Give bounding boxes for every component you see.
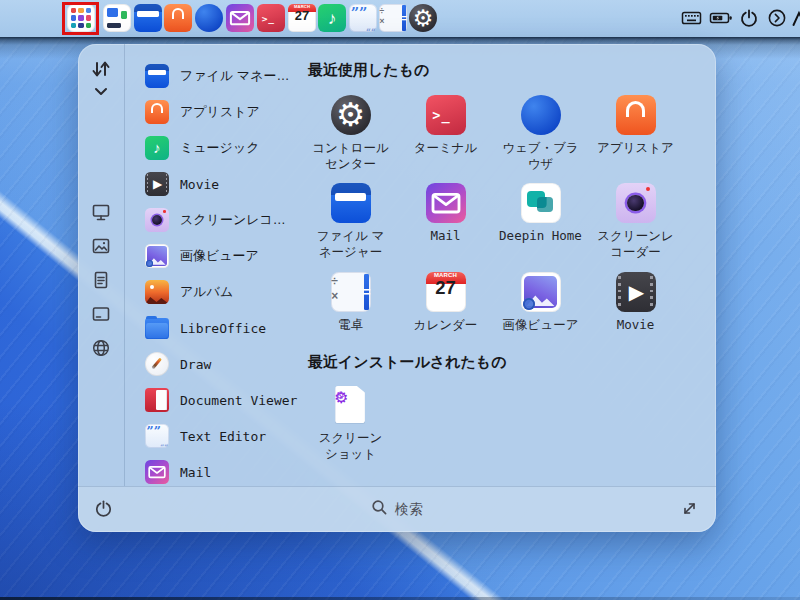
screen-recorder-icon: [616, 183, 656, 223]
recent-area: 最近使用したもの⚙コントロールセンター>_ターミナルウェブ・ブラウザアプリストア…: [303, 44, 710, 486]
app-label: 電卓: [338, 317, 363, 333]
search-field[interactable]: 検索: [117, 499, 677, 520]
taskbar-app-calendar[interactable]: MARCH27: [288, 4, 316, 32]
taskbar-app-browser[interactable]: [195, 4, 223, 32]
category-network-icon[interactable]: [91, 338, 111, 358]
sidebar-app-movie[interactable]: ▶Movie: [125, 166, 303, 202]
album-icon: [145, 280, 169, 304]
app-deepin-home[interactable]: Deepin Home: [493, 183, 588, 260]
taskbar-app-text-editor[interactable]: ””””: [349, 4, 377, 32]
app-calculator[interactable]: ÷×=電卓: [303, 272, 398, 333]
app-app-store[interactable]: アプリストア: [588, 95, 683, 172]
app-label: Movie: [617, 317, 655, 333]
tray-chevron-right-icon[interactable]: [767, 8, 787, 28]
file-manager-icon: [331, 183, 371, 223]
sidebar-app-app-store[interactable]: アプリストア: [125, 94, 303, 130]
calculator-icon: ÷×=: [331, 272, 371, 312]
sidebar-app-screen-recorder[interactable]: スクリーンレコ…: [125, 202, 303, 238]
calendar-icon: MARCH27: [288, 4, 316, 32]
sidebar-app-album[interactable]: アルバム: [125, 274, 303, 310]
sidebar-app-image-viewer[interactable]: 画像ビューア: [125, 238, 303, 274]
app-label: カレンダー: [414, 317, 478, 333]
app-grid-row: ファイル マネージャーMailDeepin Homeスクリーンレコーダー: [303, 183, 683, 260]
app-screen-recorder[interactable]: スクリーンレコーダー: [588, 183, 683, 260]
app-label: Mail: [430, 228, 460, 244]
taskbar-app-music[interactable]: ♪: [318, 4, 346, 32]
app-grid-row: ⚙コントロールセンター>_ターミナルウェブ・ブラウザアプリストア: [303, 95, 683, 172]
app-movie[interactable]: ▶Movie: [588, 272, 683, 333]
app-label: 画像ビューア: [503, 317, 579, 333]
sidebar-app-mail[interactable]: Mail: [125, 454, 303, 486]
section-title: 最近インストールされたもの: [308, 352, 507, 372]
sidebar-app-document-viewer[interactable]: Document Viewer: [125, 382, 303, 418]
fullscreen-toggle-button[interactable]: [677, 496, 702, 524]
app-store-icon: [164, 4, 192, 32]
libreoffice-icon: [145, 318, 169, 339]
sidebar-app-label: Text Editor: [180, 429, 266, 444]
app-screenshot[interactable]: ⚙⚙スクリーンショット: [303, 385, 398, 462]
taskbar-app-launcher[interactable]: [67, 4, 95, 32]
taskbar-app-mail[interactable]: [226, 4, 254, 32]
taskbar-app-calculator[interactable]: ÷×=: [379, 4, 407, 32]
sidebar-app-file-manager[interactable]: ファイル マネー…: [125, 58, 303, 94]
music-icon: ♪: [145, 136, 169, 160]
taskbar-app-app-store[interactable]: [164, 4, 192, 32]
sidebar-app-music[interactable]: ♪ミュージック: [125, 130, 303, 166]
taskbar-app-file-manager[interactable]: [134, 4, 162, 32]
sidebar-app-label: Document Viewer: [180, 393, 297, 408]
tray-clipped-icon: [792, 8, 800, 30]
category-display-icon[interactable]: [91, 202, 111, 222]
sidebar-app-draw[interactable]: Draw: [125, 346, 303, 382]
app-control-center[interactable]: ⚙コントロールセンター: [303, 95, 398, 172]
taskbar: >_MARCH27♪””””÷×=⚙: [0, 0, 800, 37]
launcher-footer: 検索: [78, 486, 716, 532]
sidebar-app-label: スクリーンレコ…: [180, 211, 286, 229]
sidebar-app-label: Movie: [180, 177, 219, 192]
sidebar-app-label: アプリストア: [180, 103, 260, 121]
app-label: スクリーンレコーダー: [597, 228, 673, 260]
section-title: 最近使用したもの: [308, 60, 429, 80]
app-mail[interactable]: Mail: [398, 183, 493, 260]
taskbar-app-control-center[interactable]: ⚙: [409, 4, 437, 32]
mail-icon: [145, 460, 169, 484]
sidebar-app-label: ミュージック: [180, 139, 260, 157]
terminal-icon: >_: [426, 95, 466, 135]
search-placeholder: 検索: [395, 501, 423, 519]
app-browser[interactable]: ウェブ・ブラウザ: [493, 95, 588, 172]
search-icon: [371, 499, 388, 520]
control-center-icon: ⚙: [409, 4, 437, 32]
category-documents-icon[interactable]: [91, 270, 111, 290]
tray-battery-icon[interactable]: [709, 8, 733, 28]
sort-order-button[interactable]: [78, 58, 124, 100]
app-label: ファイル マネージャー: [317, 228, 384, 260]
browser-icon: [521, 95, 561, 135]
sidebar-app-libreoffice[interactable]: LibreOffice: [125, 310, 303, 346]
browser-icon: [195, 4, 223, 32]
file-manager-icon: [145, 64, 169, 88]
app-grid-row: ⚙⚙スクリーンショット: [303, 385, 398, 462]
mail-icon: [426, 183, 466, 223]
tray-power-icon[interactable]: [739, 8, 759, 28]
app-terminal[interactable]: >_ターミナル: [398, 95, 493, 172]
tray-keyboard-icon[interactable]: [681, 8, 702, 28]
app-image-viewer[interactable]: 画像ビューア: [493, 272, 588, 333]
taskbar-app-terminal[interactable]: >_: [257, 4, 285, 32]
app-label: Deepin Home: [499, 228, 582, 244]
taskbar-app-multitasking[interactable]: [103, 4, 131, 32]
shutdown-button[interactable]: [90, 495, 117, 525]
screenshot-icon: ⚙⚙: [331, 385, 371, 425]
calendar-icon: MARCH27: [426, 272, 466, 312]
app-calendar[interactable]: MARCH27カレンダー: [398, 272, 493, 333]
app-store-icon: [616, 95, 656, 135]
app-label: コントロールセンター: [312, 140, 388, 172]
category-system-icon[interactable]: [91, 304, 111, 324]
sidebar-app-text-editor[interactable]: ””””Text Editor: [125, 418, 303, 454]
sidebar-app-label: アルバム: [180, 283, 233, 301]
app-label: アプリストア: [597, 140, 674, 156]
category-pictures-icon[interactable]: [91, 236, 111, 256]
calculator-icon: ÷×=: [379, 4, 407, 32]
deepin-home-icon: [521, 183, 561, 223]
app-file-manager[interactable]: ファイル マネージャー: [303, 183, 398, 260]
category-list: [78, 202, 124, 358]
file-manager-icon: [134, 4, 162, 32]
